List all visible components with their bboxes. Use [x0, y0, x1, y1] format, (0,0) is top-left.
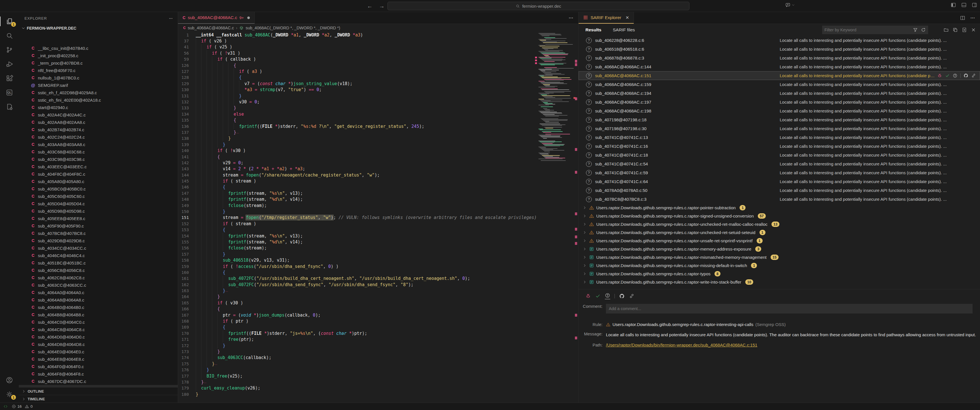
code-line-169[interactable]: 169{ — [178, 324, 578, 330]
code-editor[interactable]: 1__int64 __fastcall sub_4068AC(_DWORD *a… — [178, 32, 578, 403]
code-line-142[interactable]: 142v29 = 0; — [178, 160, 578, 166]
refresh-icon[interactable] — [921, 27, 926, 32]
breadcrumb-symbol[interactable]: sub_4068AC(_DWORD *, _DWORD *, _DWORD *) — [245, 25, 340, 30]
result-item[interactable]: ?sub_4078A0@4078A0.c:50Locate all calls … — [579, 186, 980, 195]
code-line-136[interactable]: 136fprintf((FILE *)stderr, "%s:%d ?\n", … — [178, 123, 578, 129]
source-control-icon[interactable] — [0, 43, 19, 57]
file-item[interactable]: Csub_405BC0@405BC0.c — [19, 185, 178, 192]
file-item[interactable]: Csub_4064D0@4064D0.c — [19, 333, 178, 340]
code-line-158[interactable]: 158sub_406518(v29, v13, v31); — [178, 257, 578, 263]
file-item[interactable]: C_init_proc@402258.c — [19, 52, 178, 59]
result-item[interactable]: ?sub_40741C@40741C.c:64Locate all calls … — [579, 177, 980, 186]
rule-group-item[interactable]: Users.raptor.Downloads.github.semgrep-ru… — [579, 278, 980, 286]
run-and-debug-icon[interactable] — [0, 57, 19, 71]
code-line-150[interactable]: 150} — [178, 208, 578, 215]
code-line-133[interactable]: 133} — [178, 105, 578, 111]
rule-group-item[interactable]: Users.raptor.Downloads.github.semgrep-ru… — [579, 237, 980, 245]
rule-group-item[interactable]: Users.raptor.Downloads.github.semgrep-ru… — [579, 212, 980, 220]
result-item[interactable]: ?sub_406878@406878.c:3Locate all calls t… — [579, 54, 980, 62]
command-center[interactable]: fermion-wrapper.dec — [387, 2, 689, 10]
code-line-126[interactable]: 126{ — [178, 62, 578, 68]
rule-group-item[interactable]: Users.raptor.Downloads.github.semgrep-ru… — [579, 261, 980, 270]
code-line-145[interactable]: 145if ( stream ) — [178, 178, 578, 184]
code-line-147[interactable]: 147fprintf(stream, "%s\n", v13); — [178, 190, 578, 196]
file-item[interactable]: Csub_4063CC@4063CC.c — [19, 281, 178, 289]
file-item[interactable]: Csub_4064F0@4064F0.c — [19, 363, 178, 370]
code-line-148[interactable]: 148fprintf(stream, "%d\n", v14); — [178, 197, 578, 202]
tab-sub_4068AC[interactable]: C sub_4068AC@4068AC.c 9+ — [178, 12, 255, 24]
rule-group-item[interactable]: Users.raptor.Downloads.github.semgrep-ru… — [579, 220, 980, 228]
file-item[interactable]: Csub_4034CC@4034CC.c — [19, 244, 178, 252]
result-inline-actions[interactable] — [937, 73, 976, 78]
file-item[interactable]: Csub_4064F8@4064F8.c — [19, 370, 178, 378]
file-item[interactable]: Csub_4064B8@4064B8.c — [19, 311, 178, 318]
code-line-129[interactable]: 129v7 = (const char *)json_string_value(… — [178, 81, 578, 87]
rule-group-item[interactable]: Users.raptor.Downloads.github.semgrep-ru… — [579, 270, 980, 278]
file-item[interactable]: Csstic_eh_fini_402E00@402A18.c — [19, 96, 178, 103]
accounts-icon[interactable] — [0, 373, 19, 387]
result-item[interactable]: ?sub_4068AC@4068AC.c:144Locate all calls… — [579, 62, 980, 71]
search-icon[interactable] — [0, 29, 19, 43]
result-item[interactable]: ?sub_4068AC@4068AC.c:151Locate all calls… — [579, 71, 980, 80]
result-item[interactable]: ?sub_4068AC@4068AC.c:159Locate all calls… — [579, 80, 980, 89]
file-item[interactable]: Csub_4064C0@4064C0.c — [19, 318, 178, 326]
code-line-56[interactable]: 56if ( !v31 ) — [178, 50, 578, 56]
code-line-160[interactable]: 160{ — [178, 269, 578, 275]
toggle-panel-icon[interactable] — [961, 2, 967, 8]
code-line-163[interactable]: 163}﹏ — [178, 288, 578, 294]
code-line-180[interactable]: 180} — [178, 391, 578, 397]
code-line-37[interactable]: 37if ( v26 ) — [178, 38, 578, 44]
code-line-151[interactable]: 151stream = fopen("/tmp/register_status"… — [178, 215, 578, 221]
code-line-165[interactable]: 165if ( v30 ) — [178, 300, 578, 306]
result-item[interactable]: ?sub_4068AC@4068AC.c:198Locate all calls… — [579, 106, 980, 115]
code-line-59[interactable]: 59if ( callback ) — [178, 56, 578, 62]
file-item[interactable]: Csub_4064E0@4064E0.c — [19, 348, 178, 355]
result-item[interactable]: ?sub_4068AC@4068AC.c:194Locate all calls… — [579, 89, 980, 98]
code-line-175[interactable]: 175}﹏ — [178, 361, 578, 367]
code-line-161[interactable]: 161sub_4072FC("/usr/sbin/build_dha_cert_… — [178, 276, 578, 281]
code-line-155[interactable]: 155fprintf(stream, "%d\n", v14); — [178, 239, 578, 245]
modified-dot-icon[interactable] — [247, 16, 250, 19]
code-line-149[interactable]: 149fclose(stream); — [178, 202, 578, 208]
file-item[interactable]: Csub_405EE8@405EE8.c — [19, 215, 178, 222]
code-line-135[interactable]: 135{ — [178, 117, 578, 123]
code-line-143[interactable]: 143v14 = 2 * (2 * *a1 + *a2) + *a3; — [178, 166, 578, 172]
open-folder-icon[interactable] — [943, 27, 949, 32]
file-item[interactable]: Csub_4029D8@4029D8.c — [19, 237, 178, 244]
nav-forward-icon[interactable]: → — [379, 3, 385, 10]
nav-back-icon[interactable]: ← — [367, 3, 372, 10]
result-item[interactable]: ?sub_40741C@40741C.c:54Locate all calls … — [579, 159, 980, 168]
file-item[interactable]: Csub_405D98@405D98.c — [19, 207, 178, 215]
file-item[interactable]: Csub_4051BC@4051BC.c — [19, 259, 178, 267]
rule-group-item[interactable]: Users.raptor.Downloads.github.semgrep-ru… — [579, 253, 980, 261]
file-item[interactable]: Csub_405F90@405F90.c — [19, 222, 178, 229]
code-line-173[interactable]: 173} — [178, 348, 578, 354]
result-item[interactable]: ?sub_40741C@40741C.c:59Locate all calls … — [579, 168, 980, 177]
result-item[interactable]: ?sub_406518@406518.c:6Locate all calls t… — [579, 45, 980, 54]
code-line-132[interactable]: 132v30 = 0; — [178, 99, 578, 105]
code-line-162[interactable]: 162sub_4072FC("/usr/sbin/dha_send_fsync"… — [178, 281, 578, 288]
panel-more-icon[interactable]: ⋯ — [970, 15, 975, 21]
comment-input[interactable] — [606, 304, 973, 313]
tab-sarif-explorer[interactable]: SARIF Explorer ✕ — [579, 12, 634, 24]
export-icon[interactable] — [962, 27, 967, 32]
sarif-viewer-icon[interactable] — [0, 100, 19, 114]
code-line-146[interactable]: 146{ — [178, 184, 578, 190]
result-item[interactable]: ?sub_406228@406228.c:6Locate all calls t… — [579, 36, 980, 45]
result-item[interactable]: ?sub_407198@407198.c:30Locate all calls … — [579, 124, 980, 133]
code-line-127[interactable]: 127if ( a3 ) — [178, 68, 578, 74]
code-line-179[interactable]: 179curl_easy_cleanup(v26); — [178, 385, 578, 391]
close-all-icon[interactable] — [971, 27, 976, 32]
question-status-icon[interactable] — [605, 293, 610, 299]
file-item[interactable]: Csub_4067DC@4067DC.c — [19, 378, 178, 385]
code-line-152[interactable]: 152if ( stream ) — [178, 221, 578, 227]
code-line-171[interactable]: 171free(ptr); — [178, 337, 578, 343]
result-item[interactable]: ?sub_40741C@40741C.c:16Locate all calls … — [579, 142, 980, 151]
codeql-icon[interactable]: QL — [0, 86, 19, 100]
code-line-168[interactable]: 168if ( ptr ) — [178, 318, 578, 324]
code-line-154[interactable]: 154fprintf(stream, "%s\n", v13); — [178, 233, 578, 239]
file-item[interactable]: Csub_4064E8@4064E8.c — [19, 355, 178, 363]
code-line-138[interactable]: 138} — [178, 135, 578, 141]
code-line-131[interactable]: 131} — [178, 93, 578, 99]
code-line-174[interactable]: 174sub_4063CC(callback); — [178, 355, 578, 361]
